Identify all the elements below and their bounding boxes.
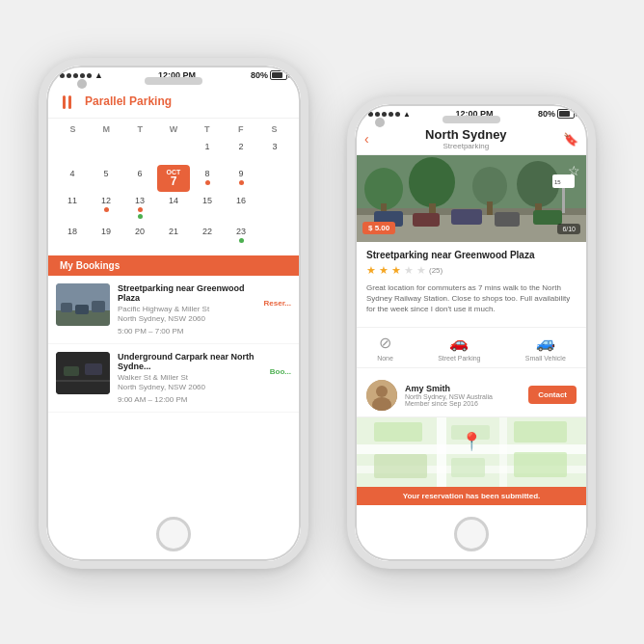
feature-none: ⊘ None [377, 334, 393, 362]
map-pin: 📍 [461, 431, 482, 452]
booking-title-2: Underground Carpark near North Sydne... [118, 352, 262, 371]
phone-2-home-button[interactable] [454, 517, 489, 551]
booking-time-1: 5:00 PM – 7:00 PM [118, 327, 256, 335]
svg-rect-5 [75, 305, 89, 314]
cal-day-t2: T [190, 124, 224, 134]
booking-info-1: Streetparking near Greenwood Plaza Pacif… [118, 283, 256, 335]
contact-button[interactable]: Contact [528, 386, 577, 404]
p2-main-title: North Sydney [375, 127, 557, 142]
svg-rect-42 [451, 458, 485, 477]
cal-empty [56, 138, 89, 165]
scene: ▲ 12:00 PM 80% Par [0, 0, 644, 644]
cal-5[interactable]: 5 [90, 165, 122, 192]
cal-day-w: W [157, 124, 191, 134]
price-badge: $ 5.00 [362, 222, 395, 234]
booking-item-1[interactable]: Streetparking near Greenwood Plaza Pacif… [46, 276, 301, 344]
cal-3[interactable]: 3 [258, 138, 291, 165]
svg-rect-4 [61, 303, 72, 312]
cal-row-1: 4 5 6 OCT 7 8 9 [56, 165, 291, 192]
image-counter: 6/10 [557, 224, 580, 234]
booking-action-2[interactable]: Boo... [270, 352, 291, 376]
cal-23[interactable]: 23 [225, 223, 257, 250]
cal-empty-2 [258, 165, 291, 192]
cal-1[interactable]: 1 [191, 138, 224, 165]
battery-pct-2: 80% [538, 109, 555, 119]
cal-13[interactable]: 13 [123, 192, 156, 223]
cal-19[interactable]: 19 [90, 223, 122, 250]
listing-title: Streetparking near Greenwood Plaza [366, 250, 577, 260]
features-row: ⊘ None 🚗 Street Parking 🚙 Small Vehicle [355, 327, 588, 368]
host-row: Amy Smith North Sydney, NSW Australia Me… [355, 374, 588, 417]
back-button[interactable]: ‹ [364, 131, 369, 147]
favorite-star-icon[interactable]: ☆ [568, 163, 580, 178]
calendar: S M T W T F S 1 2 3 [46, 119, 301, 255]
cal-11[interactable]: 11 [56, 192, 89, 223]
street-img-svg [56, 283, 110, 326]
booking-image-1 [56, 283, 110, 326]
booking-item-2[interactable]: Underground Carpark near North Sydne... … [46, 344, 301, 413]
booking-info-2: Underground Carpark near North Sydne... … [118, 352, 262, 404]
booking-image-2 [56, 352, 110, 394]
rating-row: ★ ★ ★ ★ ★ (25) [366, 264, 577, 277]
cal-8[interactable]: 8 [191, 165, 224, 192]
cal-empty [157, 138, 190, 165]
cal-21[interactable]: 21 [157, 223, 190, 250]
bookmark-button[interactable]: 🔖 [563, 132, 578, 147]
svg-rect-1 [68, 95, 71, 109]
cal-15[interactable]: 15 [191, 192, 224, 223]
battery-icon-1 [270, 70, 287, 80]
map-area: 📍 [355, 417, 588, 487]
car-icon: 🚗 [449, 334, 469, 352]
svg-rect-40 [514, 421, 567, 443]
star-4: ★ [404, 264, 414, 277]
cal-16[interactable]: 16 [225, 192, 257, 223]
booking-action-1[interactable]: Reser... [264, 283, 291, 308]
cal-20[interactable]: 20 [123, 223, 156, 250]
cal-14[interactable]: 14 [157, 192, 190, 223]
battery-area-1: 80% [251, 70, 287, 80]
svg-rect-26 [533, 210, 562, 225]
cal-day-m: M [90, 124, 123, 134]
p2-header: ‹ North Sydney Streetparking 🔖 [355, 123, 588, 155]
cal-6[interactable]: 6 [123, 165, 156, 192]
brand-word-2: Parking [129, 94, 172, 108]
small-car-icon: 🚙 [536, 334, 555, 352]
host-name: Amy Smith [405, 384, 521, 393]
star-5: ★ [416, 264, 426, 277]
cal-12[interactable]: 12 [90, 192, 122, 223]
review-count: (25) [429, 266, 443, 275]
wifi-icon-2: ▲ [403, 110, 411, 119]
svg-rect-25 [495, 212, 520, 227]
detail-section: Streetparking near Greenwood Plaza ★ ★ ★… [355, 242, 588, 327]
none-icon: ⊘ [379, 334, 391, 352]
cal-22[interactable]: 22 [191, 223, 224, 250]
phone-1-camera [77, 79, 87, 89]
svg-rect-18 [487, 201, 493, 215]
svg-text:15: 15 [554, 179, 561, 185]
feature-small: 🚙 Small Vehicle [525, 334, 566, 362]
phone-1-home-button[interactable] [156, 517, 191, 551]
cal-9[interactable]: 9 [225, 165, 257, 192]
cal-day-t1: T [123, 124, 157, 134]
svg-rect-35 [437, 417, 446, 487]
star-1: ★ [366, 264, 376, 277]
phone-2: ▲ 12:00 PM 80% ‹ North Sydney Streetpark… [347, 96, 596, 569]
battery-pct-1: 80% [251, 70, 268, 80]
svg-rect-23 [413, 213, 440, 227]
svg-rect-8 [64, 366, 79, 376]
host-info: Amy Smith North Sydney, NSW Australia Me… [405, 384, 521, 407]
cal-today-num: 7 [171, 175, 177, 187]
cal-18[interactable]: 18 [56, 223, 89, 250]
cal-empty [90, 138, 122, 165]
host-avatar [366, 380, 397, 411]
booking-title-1: Streetparking near Greenwood Plaza [118, 283, 256, 303]
signal-dots [60, 73, 92, 78]
cal-2[interactable]: 2 [225, 138, 257, 165]
cal-4[interactable]: 4 [56, 165, 89, 192]
svg-point-31 [376, 386, 388, 397]
bookings-header: My Bookings [46, 255, 301, 276]
cal-empty-3 [258, 192, 291, 223]
cal-row-0: 1 2 3 [56, 138, 291, 165]
cal-today-7[interactable]: OCT 7 [157, 165, 190, 192]
cal-day-f: F [224, 124, 257, 134]
